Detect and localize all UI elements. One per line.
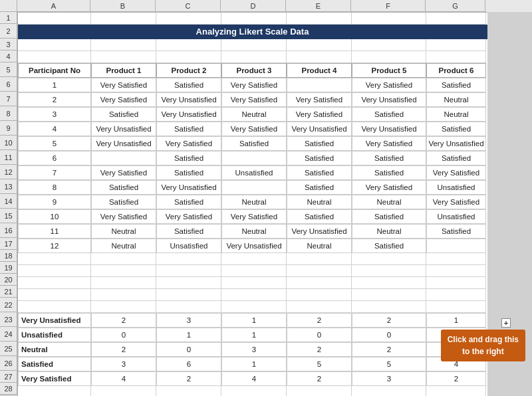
cell-p12-prod4: Neutral: [287, 239, 352, 253]
data-row-12: 12 Neutral Unsatisfied Very Unsatisfied …: [18, 239, 487, 253]
tooltip-text: Click and drag thisto the right: [448, 335, 519, 356]
row-num-17: 17: [0, 238, 17, 250]
summary-label-3: Neutral: [18, 342, 91, 357]
cell-p2-prod5: Very Unsatisfied: [352, 92, 426, 107]
cell-p8-prod4: Satisfied: [287, 180, 352, 195]
cell-p6-prod6: Satisfied: [426, 151, 486, 165]
cell-p9-prod4: Neutral: [287, 195, 352, 209]
row-21: [18, 301, 487, 313]
cell-4-c: [91, 51, 156, 63]
row-num-14: 14: [0, 194, 17, 209]
cell-p3-prod1: Satisfied: [91, 107, 156, 122]
cell-p4-prod6: Satisfied: [426, 122, 486, 136]
cell-p9-prod5: Neutral: [352, 195, 426, 209]
row-headers: 1 2 3 4 5 6 7 8 9 10 11 12 13 14 15 16 1…: [0, 12, 17, 396]
summary-4-p4: 5: [287, 357, 352, 371]
cell-p4-num: 4: [18, 122, 91, 136]
row-num-6: 6: [0, 77, 17, 92]
cell-3-c: [91, 39, 156, 51]
summary-1-p5: 2: [352, 313, 426, 328]
cell-3-f: [287, 39, 352, 51]
cell-p11-prod4: Very Unsatisfied: [287, 224, 352, 239]
empty-17-f: [287, 253, 352, 265]
summary-row-1: Very Unsatisfied 2 3 1 2 2 1: [18, 313, 487, 328]
cell-p8-prod6: Unsatisfied: [426, 180, 486, 195]
cell-p2-num: 2: [18, 92, 91, 107]
row-num-1: 1: [0, 12, 17, 24]
cell-p11-prod3: Neutral: [221, 224, 287, 239]
cell-p5-prod1: Very Unsatisfied: [91, 136, 156, 151]
cell-p2-prod1: Very Satisfied: [91, 92, 156, 107]
header-product1: Product 1: [91, 63, 156, 78]
row-num-23: 23: [0, 312, 17, 327]
cell-1-c: [91, 13, 156, 25]
cell-4-d: [156, 51, 221, 63]
cell-p9-prod3: Neutral: [221, 195, 287, 209]
header-product6: Product 6: [426, 63, 486, 78]
cell-p1-prod4: [287, 78, 352, 92]
summary-3-p5: 2: [352, 342, 426, 357]
summary-3-p3: 3: [221, 342, 287, 357]
cell-p10-prod2: Very Satisfied: [156, 209, 221, 224]
summary-label-1: Very Unsatisfied: [18, 313, 91, 328]
summary-5-p5: 3: [352, 371, 426, 386]
summary-1-p2: 3: [156, 313, 221, 328]
summary-row-2: Unsatisfied 0 1 1 0 0 2: [18, 328, 487, 342]
header-product4: Product 4: [287, 63, 352, 78]
row-num-4: 4: [0, 50, 17, 62]
cell-p5-prod2: Very Satisfied: [156, 136, 221, 151]
title-cell: Analyzing Likert Scale Data: [18, 25, 487, 39]
cell-p8-prod1: Satisfied: [91, 180, 156, 195]
tooltip-box: Click and drag thisto the right: [441, 330, 525, 361]
cell-p1-prod3: Very Satisfied: [221, 78, 287, 92]
summary-label-4: Satisfied: [18, 357, 91, 371]
cell-p9-prod2: Satisfied: [156, 195, 221, 209]
cell-p10-prod1: Very Satisfied: [91, 209, 156, 224]
empty-17-c: [91, 253, 156, 265]
col-header-f: F: [351, 0, 426, 12]
data-row-2: 2 Very Satisfied Very Unsatisfied Very S…: [18, 92, 487, 107]
summary-label-5: Very Satisfied: [18, 371, 91, 386]
row-num-15: 15: [0, 209, 17, 223]
row-num-9: 9: [0, 121, 17, 136]
row-num-10: 10: [0, 136, 17, 150]
cell-p6-num: 6: [18, 151, 91, 165]
cell-p7-prod5: Satisfied: [352, 165, 426, 180]
row-num-12: 12: [0, 165, 17, 179]
summary-2-p4: 0: [287, 328, 352, 342]
cell-p11-prod6: Satisfied: [426, 224, 486, 239]
cell-p2-prod6: Neutral: [426, 92, 486, 107]
cell-p5-num: 5: [18, 136, 91, 151]
summary-5-p6: 2: [426, 371, 486, 386]
cell-p7-num: 7: [18, 165, 91, 180]
cell-p6-prod3: [221, 151, 287, 165]
data-row-6: 6 Satisfied Satisfied Satisfied Satisfie…: [18, 151, 487, 165]
summary-row-4: Satisfied 3 6 1 5 5 4: [18, 357, 487, 371]
row-num-16: 16: [0, 223, 17, 238]
row-4: [18, 51, 487, 63]
row-num-25: 25: [0, 342, 17, 356]
cell-p10-prod6: Unsatisfied: [426, 209, 486, 224]
data-row-10: 10 Very Satisfied Very Satisfied Very Sa…: [18, 209, 487, 224]
cell-p3-prod3: Neutral: [221, 107, 287, 122]
data-row-11: 11 Neutral Satisfied Neutral Very Unsati…: [18, 224, 487, 239]
cell-p3-prod5: Satisfied: [352, 107, 426, 122]
data-row-4: 4 Very Unsatisfied Satisfied Very Satisf…: [18, 122, 487, 136]
summary-3-p4: 2: [287, 342, 352, 357]
row-num-18: 18: [0, 250, 17, 262]
row-num-11: 11: [0, 150, 17, 165]
summary-4-p1: 3: [91, 357, 156, 371]
summary-1-p1: 2: [91, 313, 156, 328]
summary-1-p3: 1: [221, 313, 287, 328]
cell-p8-num: 8: [18, 180, 91, 195]
cell-p12-num: 12: [18, 239, 91, 253]
data-row-3: 3 Satisfied Very Unsatisfied Neutral Ver…: [18, 107, 487, 122]
summary-5-p3: 4: [221, 371, 287, 386]
cell-p3-prod6: Neutral: [426, 107, 486, 122]
cell-p7-prod6: Very Satisfied: [426, 165, 486, 180]
drag-handle-icon[interactable]: +: [501, 318, 511, 328]
empty-17-b: [18, 253, 91, 265]
cell-p11-prod2: Satisfied: [156, 224, 221, 239]
empty-17-d: [156, 253, 221, 265]
cell-3-h: [426, 39, 486, 51]
